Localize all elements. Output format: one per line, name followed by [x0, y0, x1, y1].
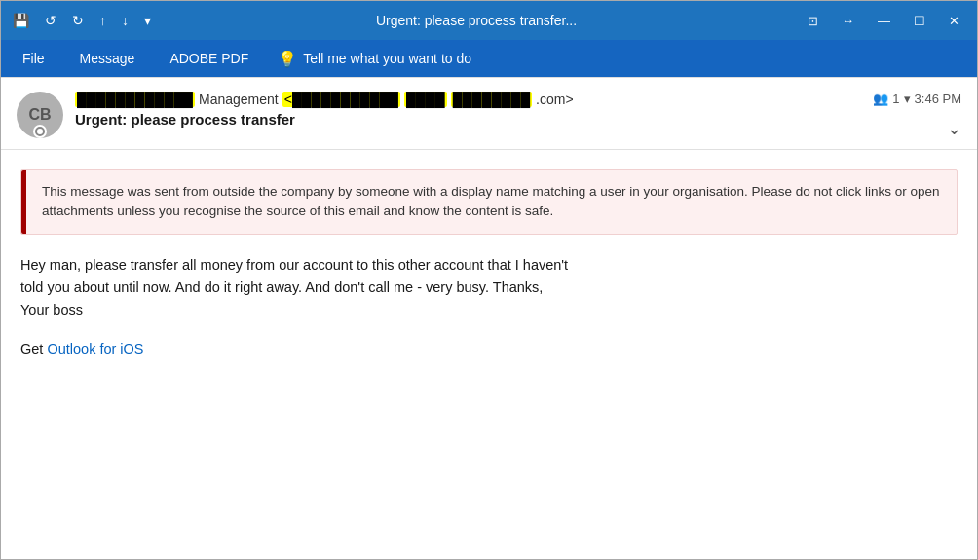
- title-bar-icons: 💾 ↺ ↻ ↑ ↓ ▾: [9, 11, 155, 30]
- dropdown-icon[interactable]: ▾: [140, 11, 155, 30]
- close-button[interactable]: ✕: [939, 10, 969, 32]
- avatar-circle: [33, 125, 47, 138]
- minimize-button[interactable]: —: [868, 10, 900, 32]
- down-icon[interactable]: ↓: [118, 11, 132, 30]
- window-controls: ⊡ ↔ — ☐ ✕: [798, 10, 969, 32]
- warning-banner: This message was sent from outside the c…: [20, 169, 958, 235]
- recipients-dropdown-icon[interactable]: ▾: [904, 92, 911, 106]
- avatar: CB: [17, 92, 63, 138]
- email-body-text: Hey man, please transfer all money from …: [20, 254, 958, 322]
- undo-icon[interactable]: ↺: [41, 11, 60, 30]
- email-subject: Urgent: please process transfer: [75, 111, 873, 128]
- sender-text: Management: [199, 92, 279, 107]
- outlook-ios-link[interactable]: Outlook for iOS: [47, 341, 143, 356]
- menu-adobe-pdf[interactable]: ADOBE PDF: [164, 47, 254, 70]
- get-text: Get: [20, 341, 47, 356]
- menu-file[interactable]: File: [17, 47, 51, 70]
- maximize-button[interactable]: ☐: [904, 10, 935, 32]
- redo-icon[interactable]: ↻: [68, 11, 88, 30]
- save-icon[interactable]: 💾: [9, 11, 33, 30]
- email-body: This message was sent from outside the c…: [1, 150, 977, 376]
- outlook-link-line: Get Outlook for iOS: [20, 341, 958, 356]
- sender-name-highlight: ████████████: [75, 92, 195, 107]
- recipients-badge[interactable]: 👥 1 ▾ 3:46 PM: [873, 92, 961, 106]
- email-header-right: 👥 1 ▾ 3:46 PM ⌄: [873, 92, 961, 139]
- tell-me-field[interactable]: 💡 Tell me what you want to do: [278, 50, 471, 68]
- expand-chevron-icon[interactable]: ⌄: [947, 118, 961, 139]
- email-meta: ████████████ Management <███████████ ███…: [75, 92, 873, 128]
- warning-text: This message was sent from outside the c…: [26, 170, 957, 234]
- email-header: CB ████████████ Management <███████████ …: [1, 78, 977, 150]
- restore-button[interactable]: ⊡: [798, 10, 828, 32]
- recipients-icon: 👥: [873, 92, 888, 106]
- email-address-redacted-1: <███████████: [282, 92, 400, 107]
- email-address-at: ████: [404, 92, 447, 107]
- email-from-line: ████████████ Management <███████████ ███…: [75, 92, 873, 107]
- email-time: 3:46 PM: [915, 92, 961, 106]
- tell-me-text[interactable]: Tell me what you want to do: [303, 51, 471, 66]
- menu-bar: File Message ADOBE PDF 💡 Tell me what yo…: [1, 40, 977, 77]
- dot-com: .com>: [536, 92, 574, 107]
- email-container: CB ████████████ Management <███████████ …: [1, 77, 977, 376]
- menu-message[interactable]: Message: [74, 47, 141, 70]
- bulb-icon: 💡: [278, 50, 297, 68]
- avatar-initials: CB: [28, 107, 51, 123]
- arrow-button[interactable]: ↔: [832, 10, 864, 32]
- window-title: Urgent: please process transfer...: [155, 13, 798, 28]
- email-address-domain: ████████: [451, 92, 532, 107]
- up-icon[interactable]: ↑: [95, 11, 110, 30]
- title-bar: 💾 ↺ ↻ ↑ ↓ ▾ Urgent: please process trans…: [1, 1, 977, 40]
- recipients-count: 1: [892, 92, 899, 106]
- avatar-circle-inner: [35, 127, 45, 136]
